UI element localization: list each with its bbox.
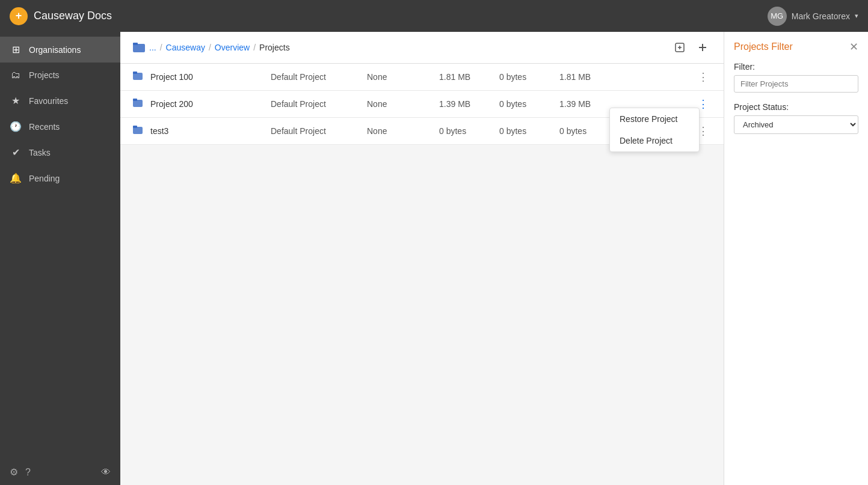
main-layout: ⊞ Organisations 🗂 Projects ★ Favourites … — [0, 32, 868, 485]
projects-icon: 🗂 — [10, 70, 22, 81]
settings-icon[interactable]: ⚙ — [10, 466, 18, 478]
help-icon[interactable]: ? — [25, 467, 31, 478]
status-label: Project Status: — [734, 102, 858, 112]
content-header: ... / Causeway / Overview / Projects — [120, 32, 724, 64]
right-panel-header: Projects Filter ✕ — [734, 41, 858, 52]
project-access: None — [367, 72, 439, 82]
project-size2: 0 bytes — [499, 126, 559, 136]
organisations-icon: ⊞ — [10, 44, 22, 55]
sidebar-item-favourites[interactable]: ★ Favourites — [0, 88, 120, 114]
breadcrumb: ... / Causeway / Overview / Projects — [132, 41, 290, 55]
project-icon — [132, 97, 143, 111]
sidebar-item-tasks-label: Tasks — [29, 148, 51, 157]
project-access: None — [367, 126, 439, 136]
svg-rect-1 — [133, 43, 138, 45]
topbar: + Causeway Docs MG Mark Greatorex ▾ — [0, 0, 868, 32]
app-title: Causeway Docs — [34, 10, 112, 22]
project-name[interactable]: Project 200 — [150, 99, 271, 109]
delete-project-item[interactable]: Delete Project — [610, 130, 699, 151]
close-panel-button[interactable]: ✕ — [849, 41, 858, 52]
status-select[interactable]: Archived Active All — [734, 115, 858, 134]
breadcrumb-current: Projects — [259, 43, 290, 52]
project-size3: 1.81 MB — [559, 72, 620, 82]
breadcrumb-overview[interactable]: Overview — [215, 43, 250, 52]
project-size1: 1.81 MB — [439, 72, 499, 82]
recents-icon: 🕐 — [10, 121, 22, 132]
add-project-button[interactable] — [694, 38, 712, 56]
table-row: Project 200 Default Project None 1.39 MB… — [120, 91, 724, 118]
app-logo: + — [10, 7, 28, 25]
filter-section: Filter: — [734, 62, 858, 93]
svg-rect-10 — [133, 99, 137, 101]
project-icon — [132, 124, 143, 138]
filter-label: Filter: — [734, 62, 858, 72]
project-list: Project 100 Default Project None 1.81 MB… — [120, 64, 724, 485]
project-size1: 1.39 MB — [439, 99, 499, 109]
sidebar-item-recents[interactable]: 🕐 Recents — [0, 114, 120, 139]
sidebar-item-recents-label: Recents — [29, 122, 60, 132]
content-area: ... / Causeway / Overview / Projects — [120, 32, 724, 485]
breadcrumb-ellipsis[interactable]: ... — [149, 43, 156, 52]
project-size1: 0 bytes — [439, 126, 499, 136]
project-type: Default Project — [271, 126, 367, 136]
sidebar-item-organisations[interactable]: ⊞ Organisations — [0, 37, 120, 63]
tasks-icon: ✔ — [10, 147, 22, 158]
breadcrumb-causeway[interactable]: Causeway — [166, 43, 205, 52]
status-section: Project Status: Archived Active All — [734, 102, 858, 134]
sidebar: ⊞ Organisations 🗂 Projects ★ Favourites … — [0, 32, 120, 485]
header-actions — [671, 38, 712, 56]
project-access: None — [367, 99, 439, 109]
project-menu-button[interactable]: ⋮ — [695, 69, 712, 85]
right-panel: Projects Filter ✕ Filter: Project Status… — [724, 32, 868, 485]
sidebar-item-projects-label: Projects — [29, 70, 60, 80]
project-size2: 0 bytes — [499, 72, 559, 82]
svg-rect-12 — [133, 126, 137, 128]
sidebar-item-tasks[interactable]: ✔ Tasks — [0, 139, 120, 165]
project-name[interactable]: Project 100 — [150, 72, 271, 82]
sidebar-item-projects[interactable]: 🗂 Projects — [0, 63, 120, 88]
favourites-icon: ★ — [10, 95, 22, 106]
project-icon — [132, 70, 143, 84]
sidebar-item-pending[interactable]: 🔔 Pending — [0, 165, 120, 191]
topbar-left: + Causeway Docs — [10, 7, 112, 25]
user-menu-chevron-icon[interactable]: ▾ — [855, 12, 858, 20]
export-button[interactable] — [671, 38, 689, 56]
project-type: Default Project — [271, 99, 367, 109]
visibility-icon[interactable]: 👁 — [101, 467, 111, 478]
sidebar-item-pending-label: Pending — [29, 174, 60, 183]
topbar-right: MG Mark Greatorex ▾ — [768, 7, 858, 26]
right-panel-title: Projects Filter — [734, 41, 793, 52]
project-size2: 0 bytes — [499, 99, 559, 109]
project-type: Default Project — [271, 72, 367, 82]
sidebar-bottom: ⚙ ? 👁 — [0, 459, 120, 485]
context-menu: Restore Project Delete Project — [609, 108, 700, 152]
project-actions: ⋮ — [695, 69, 712, 85]
pending-icon: 🔔 — [10, 172, 22, 184]
breadcrumb-folder-icon — [132, 41, 146, 55]
sidebar-item-organisations-label: Organisations — [29, 45, 81, 55]
table-row: Project 100 Default Project None 1.81 MB… — [120, 64, 724, 91]
sidebar-nav: ⊞ Organisations 🗂 Projects ★ Favourites … — [0, 32, 120, 191]
avatar: MG — [768, 7, 787, 26]
filter-input[interactable] — [734, 75, 858, 93]
restore-project-item[interactable]: Restore Project — [610, 108, 699, 130]
username: Mark Greatorex — [792, 11, 850, 21]
svg-rect-8 — [133, 72, 137, 74]
svg-rect-0 — [133, 44, 145, 52]
sidebar-item-favourites-label: Favourites — [29, 96, 68, 106]
project-name[interactable]: test3 — [150, 126, 271, 136]
